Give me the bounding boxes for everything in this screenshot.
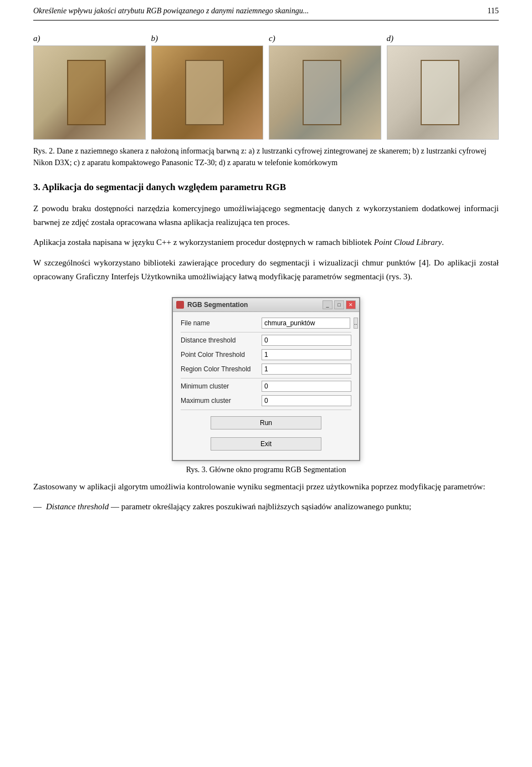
page-header: Określenie wpływu jakości atrybutu RGB p… — [33, 0, 499, 21]
figure-caption: Rys. 2. Dane z naziemnego skanera z nało… — [33, 145, 499, 168]
figure-a: a) — [33, 34, 146, 140]
list-item-distance: — Distance threshold — parametr określaj… — [33, 500, 499, 514]
paragraph-3: W szczególności wykorzystano biblioteki … — [33, 256, 499, 284]
label-distance-threshold: Distance threshold — [181, 336, 258, 344]
input-region-color-threshold[interactable] — [262, 364, 351, 375]
maximize-button[interactable]: □ — [334, 300, 344, 309]
app-body: File name .. Distance threshold Point Co… — [173, 312, 359, 460]
titlebar-buttons: _ □ ✕ — [323, 300, 356, 309]
app-title: RGB Segmentation — [187, 301, 319, 309]
label-filename: File name — [181, 319, 258, 327]
paragraph-2: Aplikacja została napisana w języku C++ … — [33, 236, 499, 249]
list-item-text: Distance threshold — parametr określając… — [46, 500, 411, 514]
divider-2 — [181, 378, 351, 379]
input-min-cluster[interactable] — [262, 381, 351, 392]
caption-text: Dane z naziemnego skanera z nałożoną inf… — [33, 147, 487, 167]
list-dash: — — [33, 500, 42, 514]
section-title: Aplikacja do segmentacji danych względem… — [42, 182, 286, 192]
form-row-filename: File name .. — [181, 318, 351, 329]
bottom-paragraph: Zastosowany w aplikacji algorytm umożliw… — [33, 480, 499, 494]
label-point-color-threshold: Point Color Threshold — [181, 351, 258, 359]
minimize-button[interactable]: _ — [323, 300, 332, 309]
input-max-cluster[interactable] — [262, 395, 351, 406]
close-button[interactable]: ✕ — [346, 300, 356, 309]
door-shape-b — [185, 60, 224, 125]
section-heading: 3. Aplikacja do segmentacji danych wzglę… — [33, 181, 499, 194]
form-row-region-color: Region Color Threshold — [181, 364, 351, 375]
paragraph-1: Z powodu braku dostępności narzędzia kom… — [33, 202, 499, 229]
exit-button[interactable]: Exit — [211, 437, 321, 451]
run-button[interactable]: Run — [211, 416, 321, 429]
figure-image-a — [33, 45, 146, 140]
label-region-color-threshold: Region Color Threshold — [181, 365, 258, 373]
caption-prefix: Rys. 2. — [33, 147, 55, 155]
door-shape-a — [67, 60, 106, 125]
label-max-cluster: Maximum cluster — [181, 397, 258, 405]
divider-1 — [181, 332, 351, 333]
app-window: RGB Segmentation _ □ ✕ File name .. — [172, 297, 360, 461]
term-distance: Distance threshold — [46, 502, 109, 511]
header-page-number: 115 — [488, 7, 499, 16]
figure-d: d) — [387, 34, 499, 140]
input-filename[interactable] — [262, 318, 350, 329]
form-row-distance: Distance threshold — [181, 335, 351, 346]
screenshot-container: RGB Segmentation _ □ ✕ File name .. — [33, 297, 499, 474]
form-row-min-cluster: Minimum cluster — [181, 381, 351, 392]
figure-row: a) b) c) d) — [33, 34, 499, 140]
app-titlebar: RGB Segmentation _ □ ✕ — [173, 298, 359, 312]
divider-3 — [181, 410, 351, 410]
door-shape-d — [421, 60, 459, 125]
figure-image-d — [387, 45, 499, 140]
header-title: Określenie wpływu jakości atrybutu RGB p… — [33, 7, 309, 16]
figure-image-c — [269, 45, 381, 140]
input-point-color-threshold[interactable] — [262, 349, 351, 360]
input-distance-threshold[interactable] — [262, 335, 351, 346]
screenshot-caption: Rys. 3. Główne okno programu RGB Segment… — [186, 466, 346, 474]
figure-label-a: a) — [33, 34, 40, 43]
form-row-point-color: Point Color Threshold — [181, 349, 351, 360]
label-min-cluster: Minimum cluster — [181, 382, 258, 390]
figure-label-d: d) — [387, 34, 394, 43]
door-shape-c — [303, 60, 341, 125]
figure-image-b — [151, 45, 264, 140]
figure-label-c: c) — [269, 34, 275, 43]
figure-label-b: b) — [151, 34, 158, 43]
app-icon — [176, 301, 184, 309]
form-row-max-cluster: Maximum cluster — [181, 395, 351, 406]
button-row-run: Run — [181, 415, 351, 431]
section-number: 3. — [33, 182, 40, 192]
button-row-exit: Exit — [181, 436, 351, 452]
browse-button[interactable]: .. — [354, 318, 358, 329]
figure-c: c) — [269, 34, 381, 140]
figure-b: b) — [151, 34, 264, 140]
